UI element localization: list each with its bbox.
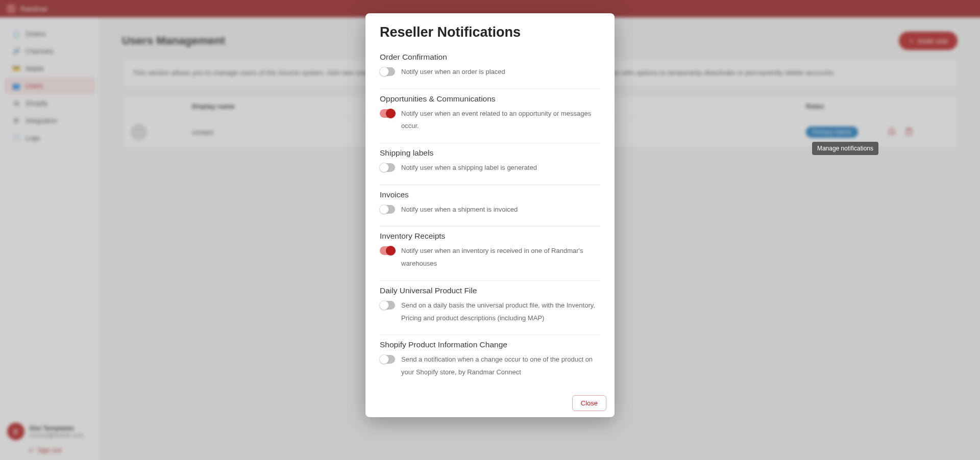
section-opportunities: Opportunities & Communications Notify us… xyxy=(380,89,600,143)
section-title: Inventory Receipts xyxy=(380,232,600,241)
section-title: Shipping labels xyxy=(380,148,600,158)
section-daily-upf: Daily Universal Product File Send on a d… xyxy=(380,281,600,335)
tooltip-manage-notifications: Manage notifications xyxy=(812,142,878,155)
section-desc: Send a notification when a change occur … xyxy=(401,353,600,378)
close-button[interactable]: Close xyxy=(572,395,606,411)
toggle-shipping-labels[interactable] xyxy=(380,163,395,172)
section-desc: Notify user when an order is placed xyxy=(401,66,505,79)
toggle-inventory-receipts[interactable] xyxy=(380,246,395,255)
modal-scroll[interactable]: Reseller Notifications Order Confirmatio… xyxy=(365,13,615,389)
section-desc: Notify user when an event related to an … xyxy=(401,108,600,133)
section-title: Daily Universal Product File xyxy=(380,286,600,295)
toggle-opportunities[interactable] xyxy=(380,109,395,118)
toggle-shopify-change[interactable] xyxy=(380,355,395,364)
section-order-confirmation: Order Confirmation Notify user when an o… xyxy=(380,47,600,89)
section-desc: Notify user when an inventory is receive… xyxy=(401,245,600,270)
toggle-order-confirmation[interactable] xyxy=(380,67,395,76)
section-desc: Notify user when a shipment is invoiced xyxy=(401,203,518,216)
section-title: Order Confirmation xyxy=(380,53,600,62)
modal-overlay[interactable]: Manage notifications Reseller Notificati… xyxy=(0,0,980,460)
modal-title: Reseller Notifications xyxy=(380,24,600,40)
section-title: Shopify Product Information Change xyxy=(380,340,600,349)
section-desc: Notify user when a shipping label is gen… xyxy=(401,162,537,174)
section-invoices: Invoices Notify user when a shipment is … xyxy=(380,185,600,227)
section-inventory-receipts: Inventory Receipts Notify user when an i… xyxy=(380,226,600,280)
section-desc: Send on a daily basis the universal prod… xyxy=(401,299,600,324)
section-shipping-labels: Shipping labels Notify user when a shipp… xyxy=(380,143,600,185)
notifications-modal: Reseller Notifications Order Confirmatio… xyxy=(365,13,615,417)
toggle-invoices[interactable] xyxy=(380,205,395,214)
section-title: Opportunities & Communications xyxy=(380,94,600,104)
section-shopify-change: Shopify Product Information Change Send … xyxy=(380,335,600,389)
toggle-daily-upf[interactable] xyxy=(380,301,395,310)
section-title: Invoices xyxy=(380,190,600,199)
